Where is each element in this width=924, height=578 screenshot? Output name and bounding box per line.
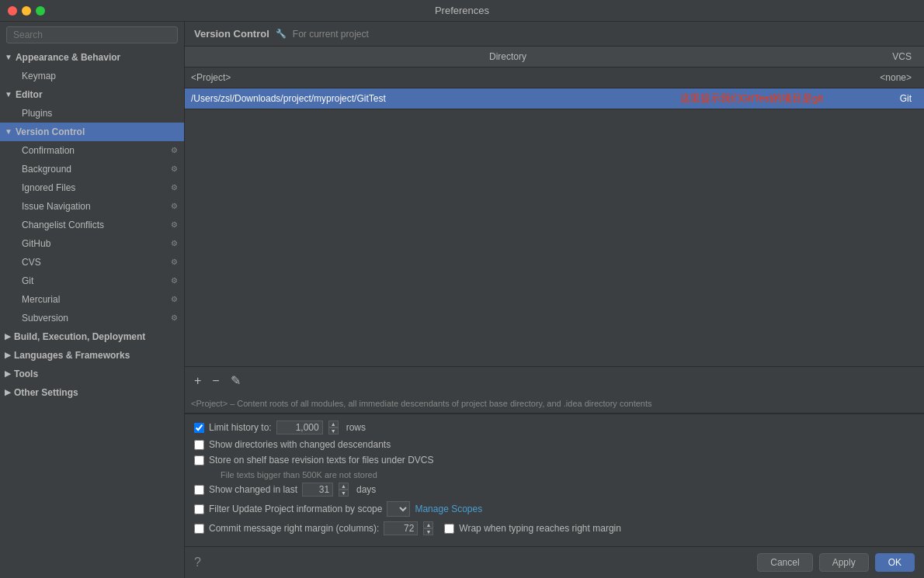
wrap-margin-checkbox[interactable] [444, 524, 454, 534]
vcs-table-container: Directory VCS <Project> <none> /Users/zs… [185, 47, 924, 414]
spinner-down-button[interactable]: ▼ [328, 427, 339, 434]
store-shelf-note: File texts bigger than 500K are not stor… [194, 470, 915, 483]
table-header: Directory VCS [185, 47, 924, 67]
sidebar-item-git[interactable]: Git ⚙ [0, 272, 184, 290]
sidebar-item-build-execution[interactable]: ▶ Build, Execution, Deployment [0, 327, 184, 346]
sidebar: ▼ Appearance & Behavior Keymap ▼ Editor … [0, 22, 185, 578]
rows-label: rows [346, 422, 366, 433]
close-button[interactable] [8, 6, 17, 16]
cell-vcs: <none> [831, 71, 924, 85]
settings-icon: ⚙ [171, 311, 178, 325]
expand-arrow-icon: ▶ [5, 367, 11, 381]
show-directories-label: Show directories with changed descendant… [194, 439, 391, 450]
expand-arrow-icon: ▶ [5, 386, 11, 400]
expand-arrow-icon: ▶ [5, 348, 11, 362]
commit-margin-input[interactable] [384, 521, 418, 535]
show-directories-row: Show directories with changed descendant… [194, 439, 915, 450]
settings-icon: ⚙ [171, 181, 178, 195]
sidebar-item-confirmation[interactable]: Confirmation ⚙ [0, 141, 184, 160]
maximize-button[interactable] [36, 6, 45, 16]
search-input[interactable] [6, 26, 178, 43]
commit-margin-spinner: ▲ ▼ [423, 521, 433, 535]
col-vcs-header: VCS [831, 50, 924, 64]
col-directory-header: Directory [185, 50, 831, 64]
settings-icon: ⚙ [171, 237, 178, 251]
sidebar-item-tools[interactable]: ▶ Tools [0, 365, 184, 383]
minimize-button[interactable] [22, 6, 31, 16]
sidebar-item-version-control[interactable]: ▼ Version Control [0, 123, 184, 141]
filter-update-checkbox[interactable] [194, 504, 204, 514]
sidebar-item-languages-frameworks[interactable]: ▶ Languages & Frameworks [0, 346, 184, 365]
settings-icon: ⚙ [171, 199, 178, 213]
sidebar-item-other-settings[interactable]: ▶ Other Settings [0, 383, 184, 402]
expand-arrow-icon: ▼ [5, 125, 12, 139]
limit-history-checkbox[interactable] [194, 423, 204, 433]
traffic-lights [8, 6, 45, 16]
commit-margin-row: Commit message right margin (columns): ▲… [194, 521, 915, 535]
add-button[interactable]: + [191, 372, 204, 389]
commit-margin-label: Commit message right margin (columns): [194, 523, 379, 534]
content-area: Version Control 🔧 For current project Di… [185, 22, 924, 578]
sidebar-item-ignored-files[interactable]: Ignored Files ⚙ [0, 178, 184, 197]
spinner-down-button[interactable]: ▼ [423, 528, 433, 535]
settings-icon: ⚙ [171, 274, 178, 288]
store-shelf-row: Store on shelf base revision texts for f… [194, 455, 915, 466]
edit-button[interactable]: ✎ [228, 372, 244, 389]
sidebar-item-keymap[interactable]: Keymap [0, 67, 184, 85]
window-title: Preferences [435, 5, 489, 16]
table-row[interactable]: /Users/zsl/Downloads/project/myproject/G… [185, 88, 924, 109]
settings-icon: ⚙ [171, 144, 178, 157]
limit-history-row: Limit history to: ▲ ▼ rows [194, 421, 915, 434]
spinner-up-button[interactable]: ▲ [339, 483, 349, 490]
cancel-button[interactable]: Cancel [757, 553, 812, 572]
limit-history-spinner: ▲ ▼ [328, 421, 339, 434]
filter-update-label: Filter Update Project information by sco… [194, 504, 382, 514]
project-note: <Project> – Content roots of all modules… [185, 394, 924, 414]
title-bar: Preferences [0, 0, 924, 22]
table-row[interactable]: <Project> <none> [185, 67, 924, 88]
settings-area: Limit history to: ▲ ▼ rows Show director… [185, 414, 924, 546]
sidebar-item-github[interactable]: GitHub ⚙ [0, 234, 184, 253]
sidebar-item-background[interactable]: Background ⚙ [0, 160, 184, 178]
sidebar-item-appearance[interactable]: ▼ Appearance & Behavior [0, 48, 184, 67]
limit-history-label: Limit history to: [194, 422, 272, 433]
footer: ? Cancel Apply OK [185, 546, 924, 578]
filter-update-row: Filter Update Project information by sco… [194, 501, 915, 517]
sidebar-item-changelist-conflicts[interactable]: Changelist Conflicts ⚙ [0, 216, 184, 234]
spinner-up-button[interactable]: ▲ [328, 421, 339, 427]
show-directories-checkbox[interactable] [194, 440, 204, 450]
apply-button[interactable]: Apply [819, 553, 869, 572]
manage-scopes-link[interactable]: Manage Scopes [415, 504, 482, 514]
cell-vcs: Git [831, 92, 924, 106]
ok-button[interactable]: OK [875, 553, 915, 572]
main-layout: ▼ Appearance & Behavior Keymap ▼ Editor … [0, 22, 924, 578]
days-label: days [356, 484, 376, 495]
sidebar-item-editor[interactable]: ▼ Editor [0, 85, 184, 104]
sidebar-item-subversion[interactable]: Subversion ⚙ [0, 309, 184, 327]
store-shelf-checkbox[interactable] [194, 455, 204, 466]
sidebar-item-mercurial[interactable]: Mercurial ⚙ [0, 290, 184, 309]
footer-buttons: Cancel Apply OK [757, 553, 915, 572]
show-changed-spinner: ▲ ▼ [339, 483, 349, 497]
spinner-up-button[interactable]: ▲ [423, 521, 433, 528]
show-changed-checkbox[interactable] [194, 485, 204, 495]
settings-icon: ⚙ [171, 162, 178, 176]
cell-directory: <Project> [185, 71, 831, 85]
sidebar-item-issue-navigation[interactable]: Issue Navigation ⚙ [0, 197, 184, 216]
commit-margin-checkbox[interactable] [194, 524, 204, 534]
store-shelf-label: Store on shelf base revision texts for f… [194, 455, 433, 466]
show-changed-label: Show changed in last [194, 484, 297, 495]
sidebar-item-plugins[interactable]: Plugins [0, 104, 184, 123]
content-title: Version Control [194, 28, 269, 40]
cell-directory: /Users/zsl/Downloads/project/myproject/G… [185, 92, 831, 106]
limit-history-input[interactable] [276, 421, 323, 434]
help-icon[interactable]: ? [194, 556, 201, 569]
wrap-label: Wrap when typing reaches right margin [459, 523, 621, 534]
sidebar-item-cvs[interactable]: CVS ⚙ [0, 253, 184, 272]
content-header: Version Control 🔧 For current project [185, 22, 924, 47]
scope-select[interactable]: ▾ [387, 501, 410, 517]
toolbar: + − ✎ [185, 366, 924, 394]
remove-button[interactable]: − [209, 372, 222, 389]
spinner-down-button[interactable]: ▼ [339, 490, 349, 497]
show-changed-input[interactable] [302, 483, 333, 497]
